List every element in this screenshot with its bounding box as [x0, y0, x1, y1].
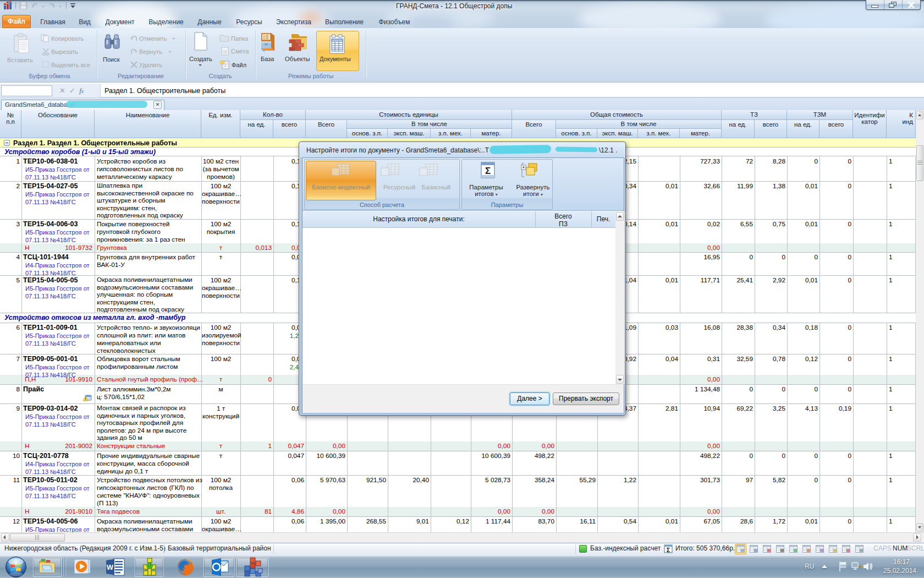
svg-text:Σ: Σ — [667, 547, 670, 553]
svg-text:W: W — [107, 563, 114, 571]
svg-text:Σ: Σ — [485, 166, 491, 176]
